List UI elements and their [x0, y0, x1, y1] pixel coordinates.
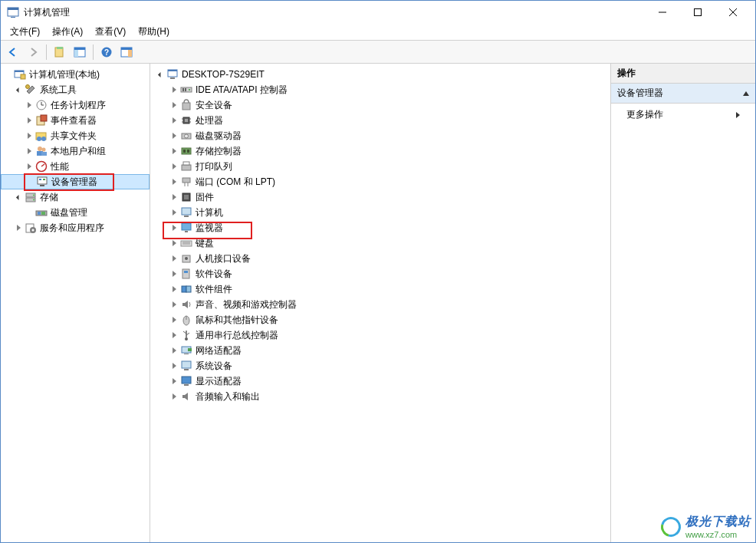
maximize-button[interactable]: [680, 1, 715, 24]
tree-system-tools[interactable]: 系统工具: [1, 82, 150, 97]
device-category[interactable]: 计算机: [150, 205, 610, 220]
expander-icon[interactable]: [24, 161, 35, 172]
expander-icon[interactable]: [169, 330, 179, 341]
tree-event-viewer[interactable]: 事件查看器: [1, 113, 150, 128]
expander-icon[interactable]: [169, 345, 179, 356]
device-category[interactable]: 声音、视频和游戏控制器: [150, 297, 610, 312]
expander-icon[interactable]: [24, 130, 35, 141]
svg-point-48: [32, 229, 35, 232]
expander-icon[interactable]: [13, 222, 24, 233]
ports-icon: [180, 176, 192, 188]
tree-label: 软件设备: [196, 268, 232, 281]
expander-icon[interactable]: [169, 222, 179, 233]
expander-icon[interactable]: [24, 100, 35, 110]
tree-shared-folders[interactable]: 共享文件夹: [1, 128, 150, 143]
expander-icon[interactable]: [169, 130, 179, 141]
device-category[interactable]: 人机接口设备: [150, 251, 610, 266]
expander-icon[interactable]: [169, 391, 179, 402]
expander-icon[interactable]: [169, 146, 179, 156]
expander-icon[interactable]: [169, 238, 179, 248]
menubar: 文件(F) 操作(A) 查看(V) 帮助(H): [1, 24, 755, 41]
device-category[interactable]: 软件设备: [150, 266, 610, 281]
close-button[interactable]: [715, 1, 751, 24]
expander-icon[interactable]: [169, 100, 179, 110]
expander-icon[interactable]: [13, 84, 24, 95]
tree-label: 设备管理器: [51, 176, 97, 189]
device-category[interactable]: 安全设备: [150, 97, 610, 113]
menu-help[interactable]: 帮助(H): [132, 24, 176, 40]
device-category[interactable]: 处理器: [150, 113, 610, 128]
audio-io-icon: [180, 390, 192, 403]
expander-icon[interactable]: [169, 161, 179, 172]
tools-icon: [25, 84, 37, 96]
tree-performance[interactable]: 性能: [1, 159, 150, 174]
menu-view[interactable]: 查看(V): [89, 24, 132, 40]
storage-controller-icon: [180, 145, 192, 157]
computer-mgmt-icon: [14, 68, 26, 81]
software-component-icon: [180, 283, 192, 295]
device-category[interactable]: IDE ATA/ATAPI 控制器: [150, 82, 610, 97]
expander-icon[interactable]: [155, 69, 166, 80]
toolbar-properties-button[interactable]: [51, 43, 69, 61]
device-category[interactable]: 存储控制器: [150, 143, 610, 159]
tree-label: 音频输入和输出: [196, 390, 260, 403]
svg-rect-97: [182, 361, 191, 368]
menu-action[interactable]: 操作(A): [46, 24, 89, 40]
device-category-keyboard[interactable]: 键盘: [150, 235, 610, 251]
device-category[interactable]: 鼠标和其他指针设备: [150, 312, 610, 327]
device-category[interactable]: 磁盘驱动器: [150, 128, 610, 143]
expander-icon[interactable]: [169, 176, 179, 187]
watermark-name: 极光下载站: [685, 514, 751, 530]
tree-services[interactable]: 服务和应用程序: [1, 220, 150, 235]
usb-icon: [180, 329, 192, 341]
toolbar-forward-button[interactable]: [24, 43, 42, 61]
keyboard-icon: [180, 237, 192, 249]
device-root[interactable]: DESKTOP-7S29EIT: [150, 67, 610, 82]
svg-rect-56: [182, 103, 190, 110]
device-category[interactable]: 显示适配器: [150, 374, 610, 389]
expander-icon[interactable]: [169, 115, 179, 126]
expander-icon[interactable]: [169, 360, 179, 371]
expander-icon[interactable]: [169, 314, 179, 325]
ide-icon: [180, 84, 192, 96]
tree-disk-mgmt[interactable]: 磁盘管理: [1, 205, 150, 220]
toolbar-actionpane-button[interactable]: [117, 43, 136, 61]
device-category[interactable]: 打印队列: [150, 159, 610, 174]
svg-point-55: [189, 89, 190, 90]
device-category[interactable]: 网络适配器: [150, 343, 610, 358]
expander-icon[interactable]: [169, 207, 179, 218]
watermark: 极光下载站 www.xz7.com: [661, 514, 751, 539]
actions-section-title[interactable]: 设备管理器: [611, 84, 755, 104]
device-category[interactable]: 系统设备: [150, 358, 610, 374]
menu-file[interactable]: 文件(F): [4, 24, 46, 40]
minimize-button[interactable]: [645, 1, 680, 24]
tree-local-users[interactable]: 本地用户和组: [1, 143, 150, 159]
tree-label: 人机接口设备: [196, 252, 251, 265]
tree-device-manager[interactable]: 设备管理器: [1, 174, 150, 189]
expander-icon[interactable]: [13, 192, 24, 202]
toolbar-showhide-button[interactable]: [71, 43, 89, 61]
toolbar-back-button[interactable]: [4, 43, 22, 61]
device-category[interactable]: 固件: [150, 189, 610, 205]
tree-label: 事件查看器: [51, 114, 97, 127]
device-category[interactable]: 监视器: [150, 220, 610, 235]
tree-storage[interactable]: 存储: [1, 189, 150, 205]
expander-icon[interactable]: [169, 192, 179, 202]
expander-icon[interactable]: [169, 268, 179, 279]
device-category[interactable]: 通用串行总线控制器: [150, 327, 610, 343]
device-category[interactable]: 软件组件: [150, 281, 610, 297]
tree-task-scheduler[interactable]: 任务计划程序: [1, 97, 150, 113]
expander-icon[interactable]: [169, 253, 179, 264]
more-actions[interactable]: 更多操作: [611, 104, 755, 126]
tree-root[interactable]: 计算机管理(本地): [1, 67, 150, 82]
expander-icon[interactable]: [169, 299, 179, 310]
expander-icon[interactable]: [169, 84, 179, 95]
expander-icon[interactable]: [24, 115, 35, 126]
expander-icon[interactable]: [24, 146, 35, 156]
device-category[interactable]: 端口 (COM 和 LPT): [150, 174, 610, 189]
tree-label: 声音、视频和游戏控制器: [196, 298, 297, 311]
expander-icon[interactable]: [169, 284, 179, 295]
expander-icon[interactable]: [169, 376, 179, 387]
toolbar-help-button[interactable]: ?: [97, 43, 116, 61]
device-category[interactable]: 音频输入和输出: [150, 389, 610, 404]
